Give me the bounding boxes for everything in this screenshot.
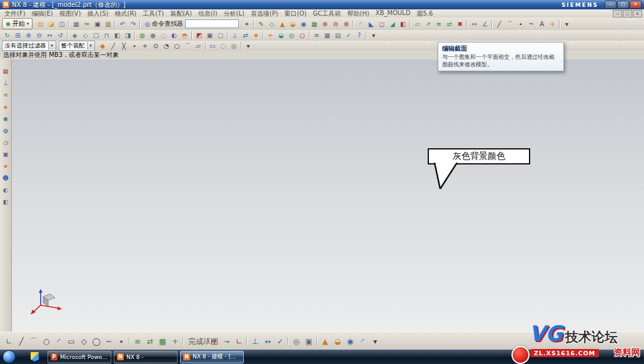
rotate-view-icon[interactable]: ↺ [55,31,66,40]
roles-icon[interactable]: ☻ [1,174,11,183]
snap-endpoint-icon[interactable]: ╱ [108,41,119,51]
line-icon[interactable]: ╱ [494,19,505,29]
intersection-point-icon[interactable]: + [169,335,181,348]
copy-icon[interactable]: ▣ [92,19,103,29]
manufacturing-wizard-icon[interactable]: ★ [1,162,11,171]
chamfer-icon[interactable]: ◣ [366,19,376,29]
snap-existing-point-icon[interactable]: ○ [172,41,183,51]
text-icon[interactable]: A [536,19,547,29]
hole-icon[interactable]: ◉ [344,335,356,348]
object-display-icon[interactable]: ◒ [276,31,286,40]
make-corner-icon[interactable]: ∟ [233,335,245,348]
snapshot-icon[interactable]: ▤ [333,31,343,40]
wireframe-icon[interactable]: ◌ [158,31,169,40]
snap-point-toggle-icon[interactable]: ◆ [98,41,108,51]
help-icon[interactable]: ? [354,31,365,40]
redo-icon[interactable]: ↷ [128,19,138,29]
menu-gc-toolbox[interactable]: GC工具箱 [310,9,345,18]
part-navigator-icon[interactable]: ≡ [1,91,11,99]
snap-tangent-icon[interactable]: ⌒ [183,41,193,51]
measure-distance-icon[interactable]: ↔ [469,19,480,29]
new-file-icon[interactable]: ▤ [35,19,46,29]
offset-curve-icon[interactable]: ≡ [131,335,144,348]
menu-view[interactable]: 视图(V) [56,9,84,18]
shaded-with-edges-icon[interactable]: ◍ [137,31,148,40]
top-view-icon[interactable]: ⊓ [101,31,112,40]
snap-quadrant-icon[interactable]: ◔ [161,41,172,51]
menu-format[interactable]: 格式(R) [112,9,140,18]
toolbar-overflow-icon[interactable]: ▾ [369,335,381,348]
quick-trim-icon[interactable]: ✂ [208,335,220,348]
point-icon[interactable]: ∙ [115,335,128,348]
move-component-icon[interactable]: ⇄ [240,31,251,40]
mdi-close-button[interactable]: ✕ [633,10,642,18]
full-screen-icon[interactable]: ▢ [215,31,226,40]
constraint-navigator-icon[interactable]: ⊥ [1,79,11,88]
isometric-view-icon[interactable]: ◇ [80,31,91,40]
fillet-icon[interactable]: ◜ [53,335,65,348]
edge-blend-icon[interactable]: ◜ [355,19,366,29]
revolve-icon[interactable]: ◒ [331,335,344,348]
mdi-restore-button[interactable]: ▢ [623,10,632,18]
menu-preferences[interactable]: 首选项(P) [248,9,281,18]
web-browser-icon[interactable]: ◍ [1,126,11,135]
quick-launch-defender-icon[interactable] [31,352,39,361]
touch-panel-icon[interactable]: ◧ [1,198,11,206]
clip-section-icon[interactable]: ◩ [194,31,204,40]
menu-tools[interactable]: 工具(T) [139,9,167,18]
pattern-feature-icon[interactable]: ▦ [309,19,319,29]
selection-filter-dropdown[interactable]: 没有选择过滤器 ▾ [2,41,56,51]
toolbar-overflow-icon[interactable]: ▾ [561,19,572,29]
cut-icon[interactable]: ✂ [81,19,92,29]
menu-file[interactable]: 文件(F) [1,9,29,18]
grid-icon[interactable]: ▦ [322,31,333,40]
close-button[interactable]: ✕ [630,1,641,9]
graphics-viewport[interactable]: 灰色背景颜色 [12,59,644,331]
polygon-icon[interactable]: ◇ [78,335,90,348]
assembly-navigator-icon[interactable]: ▤ [1,67,11,76]
pattern-curve-icon[interactable]: ▦ [156,335,169,348]
fit-view-icon[interactable]: ⊞ [13,31,23,40]
preferences-icon[interactable]: ✓ [343,31,354,40]
spline-icon[interactable]: ~ [526,19,536,29]
move-face-icon[interactable]: ▱ [412,19,423,29]
line-icon[interactable]: ╱ [15,335,28,348]
layer-settings-icon[interactable]: ≡ [311,31,322,40]
selection-rectangle-icon[interactable]: ▭ [208,41,218,51]
circle-icon[interactable]: ○ [40,335,53,348]
command-finder-input[interactable] [185,19,239,28]
studio-render-icon[interactable]: ◐ [169,31,179,40]
wcs-dynamics-icon[interactable]: + [265,31,276,40]
shell-icon[interactable]: ◻ [376,19,387,29]
snap-arc-center-icon[interactable]: ⊙ [151,41,161,51]
offset-region-icon[interactable]: ≡ [433,19,444,29]
delete-face-icon[interactable]: ✖ [455,19,465,29]
undo-icon[interactable]: ↶ [117,19,128,29]
snap-midpoint-icon[interactable]: ╳ [119,41,129,51]
mirror-curve-icon[interactable]: ⇄ [144,335,156,348]
mdi-minimize-button[interactable]: — [613,10,622,18]
immediate-hide-icon[interactable]: ○ [297,31,308,40]
hd3d-tools-icon[interactable]: ◉ [1,114,11,123]
selection-scope-dropdown[interactable]: 整个装配 ▾ [59,41,95,51]
right-view-icon[interactable]: ◨ [123,31,133,40]
zoom-out-icon[interactable]: ⊖ [34,31,44,40]
hole-icon[interactable]: ◉ [298,19,309,29]
menu-analysis[interactable]: 分析(L) [221,9,248,18]
taskbar-task-button[interactable]: NNX 8 - 建模 - [... [180,351,244,363]
replace-face-icon[interactable]: ⇄ [444,19,455,29]
toolbar-overflow-icon[interactable]: ▾ [243,41,254,51]
finish-sketch-button[interactable]: 完成草图 [185,335,204,348]
menu-assemblies[interactable]: 装配(A) [167,9,195,18]
explode-icon[interactable]: ★ [251,31,261,40]
history-icon[interactable]: ◷ [1,138,11,147]
show-hide-icon[interactable]: ◎ [286,31,297,40]
refresh-icon[interactable]: ↻ [2,31,13,40]
menu-help[interactable]: 帮助(H) [344,9,372,18]
sketch-settings-icon[interactable]: ▣ [303,335,315,348]
assembly-constraints-icon[interactable]: ⊥ [229,31,240,40]
snap-face-icon[interactable]: ▱ [193,41,204,51]
ellipse-icon[interactable]: ◯ [90,335,103,348]
open-icon[interactable]: ◪ [46,19,56,29]
arc-icon[interactable]: ⌒ [505,19,515,29]
